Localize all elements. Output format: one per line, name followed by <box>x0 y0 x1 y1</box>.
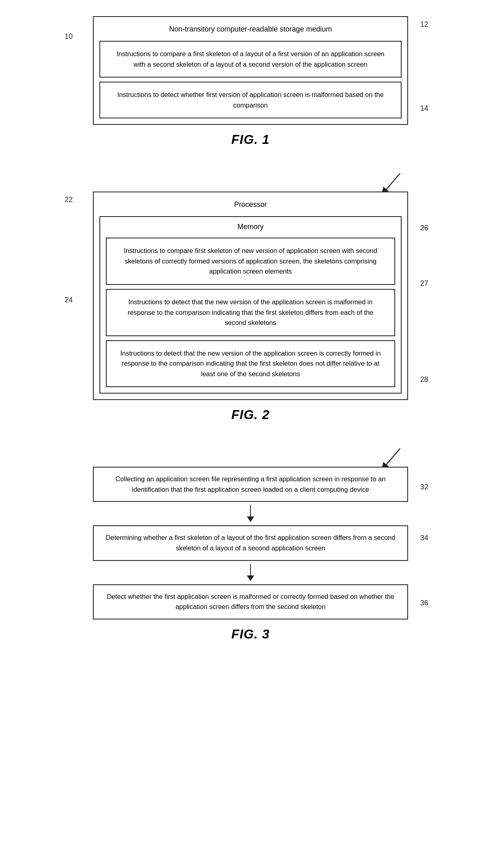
fig3-arrow-head-1 <box>247 516 254 522</box>
fig3-arrow-down-1 <box>93 505 408 522</box>
figure-3-section: 32 34 36 Collecting an application scree… <box>24 447 477 641</box>
fig1-wrapper: 10 12 14 Non-transitory computer-readabl… <box>93 16 408 125</box>
svg-line-1 <box>384 449 400 468</box>
fig3-box2: Determining whether a first skeleton of … <box>93 525 408 560</box>
fig2-memory-box: Memory Instructions to compare first ske… <box>99 216 402 394</box>
fig3-box1: Collecting an application screen file re… <box>93 467 408 502</box>
fig1-outer-title: Non-transitory computer-readable storage… <box>99 23 402 36</box>
fig3-box3: Detect whether the first application scr… <box>93 584 408 619</box>
fig2-box1: Instructions to compare first skeleton o… <box>106 238 395 285</box>
fig3-arrow-down-2 <box>93 564 408 581</box>
ref-num-32: 32 <box>420 483 428 491</box>
ref-num-14: 14 <box>420 104 428 113</box>
fig3-arrow-line-2 <box>250 564 251 575</box>
fig2-memory-label: Memory <box>106 223 395 234</box>
fig3-label: FIG. 3 <box>232 627 270 642</box>
fig2-wrapper: 22 24 26 27 28 Processor Memory Instruct… <box>93 192 408 400</box>
svg-line-0 <box>384 173 400 192</box>
fig2-box3: Instructions to detect that the new vers… <box>106 340 395 388</box>
fig1-outer-box: Non-transitory computer-readable storage… <box>93 16 408 125</box>
fig2-outer-box: Processor Memory Instructions to compare… <box>93 192 408 400</box>
fig2-box2: Instructions to detect that the new vers… <box>106 289 395 336</box>
fig1-box2: Instructions to detect whether first ver… <box>99 82 402 118</box>
ref-num-27: 27 <box>420 279 428 288</box>
figure-2-section: 22 24 26 27 28 Processor Memory Instruct… <box>24 171 477 422</box>
ref-num-10: 10 <box>65 32 73 41</box>
ref-num-28: 28 <box>420 375 428 384</box>
fig1-label: FIG. 1 <box>232 132 270 147</box>
fig3-arrow-line-1 <box>250 505 251 516</box>
ref-num-22: 22 <box>65 196 73 204</box>
figure-1-section: 10 12 14 Non-transitory computer-readabl… <box>24 16 477 147</box>
fig2-processor-label: Processor <box>99 198 402 211</box>
fig2-label: FIG. 2 <box>232 407 270 422</box>
ref-num-34: 34 <box>420 534 428 542</box>
ref-num-24: 24 <box>65 296 73 304</box>
fig3-arrow-head-2 <box>247 575 254 581</box>
fig3-wrapper: 32 34 36 Collecting an application scree… <box>93 467 408 619</box>
fig1-box1: Instructions to compare a first skeleton… <box>99 41 402 78</box>
ref-num-12: 12 <box>420 20 428 29</box>
ref-num-36: 36 <box>420 599 428 607</box>
ref-num-26: 26 <box>420 224 428 232</box>
